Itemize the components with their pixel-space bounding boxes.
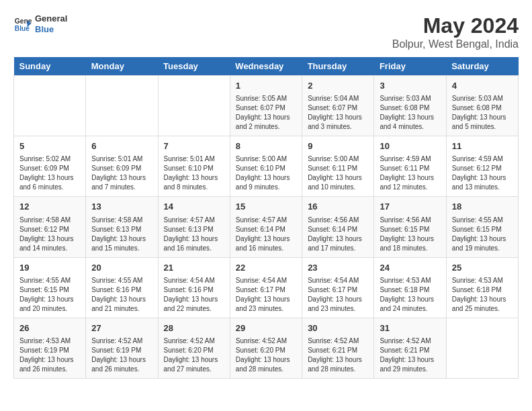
day-number: 5 (19, 140, 80, 152)
calendar-week-2: 5Sunrise: 5:02 AM Sunset: 6:09 PM Daylig… (14, 136, 519, 197)
day-info: Sunrise: 4:53 AM Sunset: 6:18 PM Dayligh… (452, 276, 513, 314)
day-info: Sunrise: 4:58 AM Sunset: 6:12 PM Dayligh… (19, 216, 80, 253)
day-info: Sunrise: 4:58 AM Sunset: 6:13 PM Dayligh… (91, 216, 152, 253)
calendar-cell: 19Sunrise: 4:55 AM Sunset: 6:15 PM Dayli… (14, 257, 86, 318)
subtitle: Bolpur, West Bengal, India (392, 38, 519, 50)
day-info: Sunrise: 4:52 AM Sunset: 6:21 PM Dayligh… (308, 336, 368, 374)
calendar-cell: 24Sunrise: 4:53 AM Sunset: 6:18 PM Dayli… (374, 257, 446, 318)
day-number: 12 (19, 201, 80, 213)
calendar-week-5: 26Sunrise: 4:53 AM Sunset: 6:19 PM Dayli… (14, 318, 519, 378)
calendar-week-1: 1Sunrise: 5:05 AM Sunset: 6:07 PM Daylig… (14, 76, 519, 136)
day-number: 17 (380, 201, 440, 213)
day-info: Sunrise: 4:57 AM Sunset: 6:14 PM Dayligh… (236, 216, 296, 253)
day-info: Sunrise: 5:04 AM Sunset: 6:07 PM Dayligh… (308, 94, 368, 132)
logo-text: General Blue (35, 13, 67, 34)
day-info: Sunrise: 4:53 AM Sunset: 6:19 PM Dayligh… (19, 336, 80, 374)
title-block: May 2024 Bolpur, West Bengal, India (392, 13, 519, 50)
day-number: 6 (91, 140, 152, 152)
day-number: 15 (236, 201, 296, 213)
main-title: May 2024 (392, 13, 519, 38)
day-info: Sunrise: 4:54 AM Sunset: 6:17 PM Dayligh… (308, 276, 368, 314)
calendar-cell (446, 318, 518, 378)
day-number: 28 (164, 322, 224, 334)
day-info: Sunrise: 4:52 AM Sunset: 6:20 PM Dayligh… (236, 336, 296, 374)
day-info: Sunrise: 4:55 AM Sunset: 6:15 PM Dayligh… (452, 216, 513, 253)
calendar-cell: 21Sunrise: 4:54 AM Sunset: 6:16 PM Dayli… (158, 257, 230, 318)
day-info: Sunrise: 5:03 AM Sunset: 6:08 PM Dayligh… (452, 94, 513, 132)
day-info: Sunrise: 4:59 AM Sunset: 6:12 PM Dayligh… (452, 154, 513, 192)
calendar-cell: 2Sunrise: 5:04 AM Sunset: 6:07 PM Daylig… (302, 76, 374, 136)
calendar-cell: 7Sunrise: 5:01 AM Sunset: 6:10 PM Daylig… (158, 136, 230, 197)
day-info: Sunrise: 4:54 AM Sunset: 6:16 PM Dayligh… (164, 276, 224, 314)
header-wednesday: Wednesday (230, 57, 302, 76)
day-number: 10 (380, 140, 440, 152)
day-number: 7 (164, 140, 224, 152)
header-sunday: Sunday (14, 57, 86, 76)
day-info: Sunrise: 4:59 AM Sunset: 6:11 PM Dayligh… (380, 154, 440, 192)
calendar-week-3: 12Sunrise: 4:58 AM Sunset: 6:12 PM Dayli… (14, 197, 519, 257)
day-number: 31 (380, 322, 440, 334)
calendar-cell: 31Sunrise: 4:52 AM Sunset: 6:21 PM Dayli… (374, 318, 446, 378)
calendar-cell: 14Sunrise: 4:57 AM Sunset: 6:13 PM Dayli… (158, 197, 230, 257)
calendar-cell: 11Sunrise: 4:59 AM Sunset: 6:12 PM Dayli… (446, 136, 518, 197)
day-info: Sunrise: 4:56 AM Sunset: 6:15 PM Dayligh… (380, 216, 440, 253)
calendar-cell: 29Sunrise: 4:52 AM Sunset: 6:20 PM Dayli… (230, 318, 302, 378)
calendar-cell: 23Sunrise: 4:54 AM Sunset: 6:17 PM Dayli… (302, 257, 374, 318)
calendar-cell: 5Sunrise: 5:02 AM Sunset: 6:09 PM Daylig… (14, 136, 86, 197)
calendar-cell: 8Sunrise: 5:00 AM Sunset: 6:10 PM Daylig… (230, 136, 302, 197)
day-number: 8 (236, 140, 296, 152)
day-info: Sunrise: 5:00 AM Sunset: 6:10 PM Dayligh… (236, 154, 296, 192)
calendar-cell: 6Sunrise: 5:01 AM Sunset: 6:09 PM Daylig… (86, 136, 158, 197)
day-number: 4 (452, 80, 513, 92)
day-info: Sunrise: 5:01 AM Sunset: 6:09 PM Dayligh… (91, 154, 152, 192)
day-info: Sunrise: 4:56 AM Sunset: 6:14 PM Dayligh… (308, 216, 368, 253)
day-info: Sunrise: 5:01 AM Sunset: 6:10 PM Dayligh… (164, 154, 224, 192)
header-tuesday: Tuesday (158, 57, 230, 76)
day-number: 18 (452, 201, 513, 213)
calendar-cell: 17Sunrise: 4:56 AM Sunset: 6:15 PM Dayli… (374, 197, 446, 257)
calendar-cell: 28Sunrise: 4:52 AM Sunset: 6:20 PM Dayli… (158, 318, 230, 378)
day-number: 25 (452, 262, 513, 274)
calendar-cell: 3Sunrise: 5:03 AM Sunset: 6:08 PM Daylig… (374, 76, 446, 136)
calendar-cell: 16Sunrise: 4:56 AM Sunset: 6:14 PM Dayli… (302, 197, 374, 257)
day-number: 23 (308, 262, 368, 274)
header-monday: Monday (86, 57, 158, 76)
day-info: Sunrise: 5:02 AM Sunset: 6:09 PM Dayligh… (19, 154, 80, 192)
day-number: 21 (164, 262, 224, 274)
calendar-cell: 10Sunrise: 4:59 AM Sunset: 6:11 PM Dayli… (374, 136, 446, 197)
day-info: Sunrise: 4:52 AM Sunset: 6:21 PM Dayligh… (380, 336, 440, 374)
day-info: Sunrise: 4:55 AM Sunset: 6:16 PM Dayligh… (91, 276, 152, 314)
day-info: Sunrise: 5:05 AM Sunset: 6:07 PM Dayligh… (236, 94, 296, 132)
day-info: Sunrise: 5:00 AM Sunset: 6:11 PM Dayligh… (308, 154, 368, 192)
calendar-cell: 22Sunrise: 4:54 AM Sunset: 6:17 PM Dayli… (230, 257, 302, 318)
calendar-cell: 25Sunrise: 4:53 AM Sunset: 6:18 PM Dayli… (446, 257, 518, 318)
day-number: 29 (236, 322, 296, 334)
calendar-cell: 9Sunrise: 5:00 AM Sunset: 6:11 PM Daylig… (302, 136, 374, 197)
calendar-cell: 18Sunrise: 4:55 AM Sunset: 6:15 PM Dayli… (446, 197, 518, 257)
day-info: Sunrise: 4:52 AM Sunset: 6:19 PM Dayligh… (91, 336, 152, 374)
day-number: 26 (19, 322, 80, 334)
calendar-cell (14, 76, 86, 136)
day-number: 13 (91, 201, 152, 213)
calendar-cell: 1Sunrise: 5:05 AM Sunset: 6:07 PM Daylig… (230, 76, 302, 136)
page-header: General Blue General Blue May 2024 Bolpu… (13, 13, 519, 50)
day-number: 9 (308, 140, 368, 152)
day-number: 22 (236, 262, 296, 274)
calendar-cell: 30Sunrise: 4:52 AM Sunset: 6:21 PM Dayli… (302, 318, 374, 378)
header-saturday: Saturday (446, 57, 518, 76)
day-info: Sunrise: 4:55 AM Sunset: 6:15 PM Dayligh… (19, 276, 80, 314)
calendar-header-row: SundayMondayTuesdayWednesdayThursdayFrid… (14, 57, 519, 76)
day-number: 2 (308, 80, 368, 92)
day-number: 11 (452, 140, 513, 152)
day-number: 3 (380, 80, 440, 92)
logo-icon: General Blue (13, 15, 32, 34)
day-number: 27 (91, 322, 152, 334)
day-number: 24 (380, 262, 440, 274)
calendar-cell: 4Sunrise: 5:03 AM Sunset: 6:08 PM Daylig… (446, 76, 518, 136)
header-thursday: Thursday (302, 57, 374, 76)
calendar-cell (86, 76, 158, 136)
calendar-week-4: 19Sunrise: 4:55 AM Sunset: 6:15 PM Dayli… (14, 257, 519, 318)
day-info: Sunrise: 4:54 AM Sunset: 6:17 PM Dayligh… (236, 276, 296, 314)
calendar-cell: 26Sunrise: 4:53 AM Sunset: 6:19 PM Dayli… (14, 318, 86, 378)
day-number: 14 (164, 201, 224, 213)
